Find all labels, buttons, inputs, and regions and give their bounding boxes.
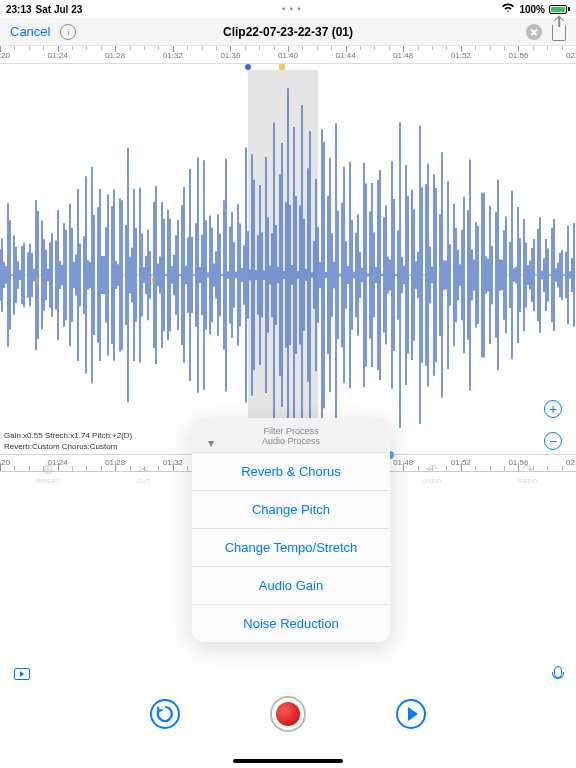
toolbar-insert[interactable]: ⊕INSERT [0, 455, 96, 490]
status-date: Sat Jul 23 [36, 4, 83, 15]
share-icon[interactable] [552, 25, 566, 41]
wifi-icon [501, 3, 515, 15]
cut-marker-icon[interactable]: ✂ [30, 276, 43, 285]
timeline-ruler-top[interactable]: 01:2001:2401:2801:3201:3601:4001:4401:48… [0, 46, 576, 64]
popup-item-change-pitch[interactable]: Change Pitch [192, 490, 390, 528]
transport-controls [0, 690, 576, 738]
popup-item-change-tempo-stretch[interactable]: Change Tempo/Stretch [192, 528, 390, 566]
cut-marker-icon[interactable]: ✂ [146, 276, 159, 285]
popup-subtitle: Audio Process [192, 436, 390, 446]
clear-icon[interactable] [526, 24, 542, 40]
secondary-controls [0, 664, 576, 684]
record-button[interactable] [270, 696, 306, 732]
popup-item-noise-reduction[interactable]: Noise Reduction [192, 604, 390, 642]
status-bar: 23:13 Sat Jul 23 • • • 100% [0, 0, 576, 18]
page-title: Clip22-07-23-22-37 (01) [223, 25, 353, 39]
zoom-out-button[interactable]: − [544, 432, 562, 450]
audio-process-badge: Gain:x0.55 Strech:x1.74 Pitch:+2(D) Reve… [4, 431, 132, 452]
preview-play-button[interactable] [14, 668, 30, 680]
battery-pct: 100% [519, 4, 545, 15]
popup-item-audio-gain[interactable]: Audio Gain [192, 566, 390, 604]
toolbar-cut[interactable]: ✂CUT [96, 455, 192, 490]
toolbar-undo[interactable]: ↶UNDO [384, 455, 480, 490]
microphone-icon[interactable] [552, 666, 562, 682]
rewind-button[interactable] [150, 699, 180, 729]
play-button[interactable] [396, 699, 426, 729]
filter-caret-icon: ▾ [208, 436, 214, 450]
toolbar-redo[interactable]: ↷REDO [480, 455, 576, 490]
battery-icon [549, 5, 570, 14]
popup-item-reverb-chorus[interactable]: Reverb & Chorus [192, 452, 390, 490]
multitask-dots: • • • [282, 4, 301, 14]
info-icon[interactable]: i [60, 24, 76, 40]
filter-process-popup: ▾ Filter Process Audio Process Reverb & … [192, 418, 390, 642]
status-time: 23:13 [6, 4, 32, 15]
zoom-in-button[interactable]: + [544, 400, 562, 418]
nav-bar: Cancel i Clip22-07-23-22-37 (01) [0, 18, 576, 46]
cancel-button[interactable]: Cancel [10, 24, 50, 39]
popup-title: Filter Process [192, 426, 390, 436]
home-indicator[interactable] [233, 759, 343, 763]
